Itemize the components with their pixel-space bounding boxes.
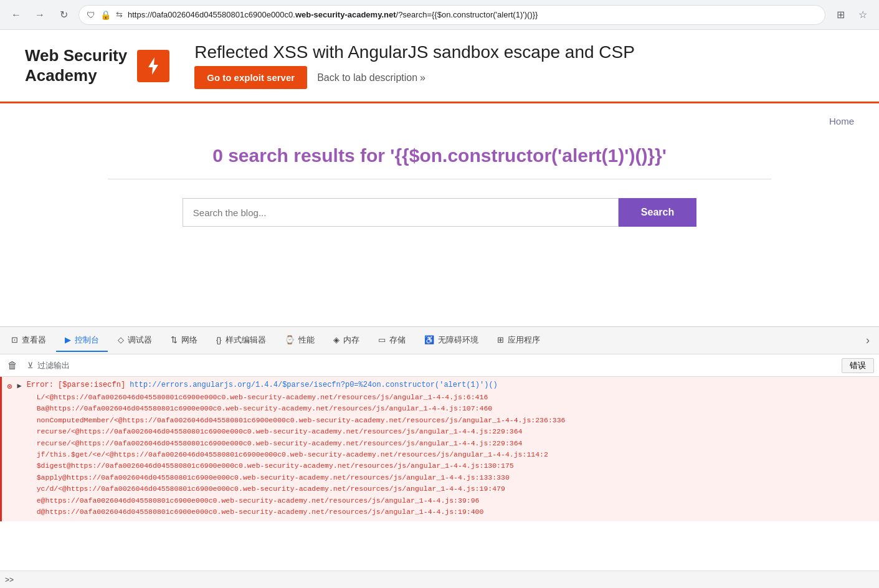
site-header: Web Security Academy Reflected XSS with … [0, 30, 879, 103]
extensions-button[interactable]: ⊞ [832, 6, 849, 24]
home-link[interactable]: Home [25, 116, 854, 126]
filter-label: 过滤输出 [37, 360, 70, 371]
console-error-row: ⊗ ▶ Error: [$parse:isecfn] http://errors… [0, 377, 879, 521]
browser-bar: ← → ↻ 🛡 🔒 ⇆ https://0afa0026046d04558080… [0, 0, 879, 30]
clear-console-button[interactable]: 🗑 [5, 358, 20, 373]
stack-line: d@https://0afa0026046d045580801c6900e000… [27, 506, 874, 518]
url-suffix: /?search={{$on.constructor('alert(1)')()… [396, 10, 538, 19]
bookmark-button[interactable]: ☆ [854, 6, 872, 24]
main-content: Home 0 search results for '{{$on.constru… [0, 103, 879, 239]
stack-line: $digest@https://0afa0026046d045580801c69… [27, 460, 874, 472]
svg-marker-0 [148, 57, 158, 75]
tab-accessibility[interactable]: ♿ 无障碍环境 [416, 330, 487, 352]
header-actions: Reflected XSS with AngularJS sandbox esc… [194, 42, 635, 89]
reload-button[interactable]: ↻ [55, 6, 72, 24]
stack-line: jf/this.$get/<e/<@https://0afa0026046d04… [27, 449, 874, 460]
logo-icon [137, 50, 169, 82]
back-to-lab-link[interactable]: Back to lab description » [317, 72, 425, 83]
search-results-title: 0 search results for '{{$on.constructor(… [25, 145, 854, 166]
back-link-label: Back to lab description [317, 72, 417, 83]
debugger-icon: ◇ [118, 335, 124, 344]
search-input[interactable] [183, 198, 619, 227]
inspector-icon: ⊡ [11, 335, 18, 344]
tab-icon: ⇆ [116, 10, 123, 19]
stack-line: L/<@https://0afa0026046d045580801c6900e0… [27, 392, 874, 403]
tab-console[interactable]: ▶ 控制台 [56, 330, 108, 352]
tab-memory[interactable]: ◈ 内存 [325, 330, 368, 352]
accessibility-icon: ♿ [424, 335, 434, 344]
tab-debugger[interactable]: ◇ 调试器 [109, 330, 161, 352]
page-title: Reflected XSS with AngularJS sandbox esc… [194, 42, 635, 62]
stack-line: recurse/<@https://0afa0026046d045580801c… [27, 438, 874, 449]
search-button[interactable]: Search [619, 198, 696, 227]
error-main-text: Error: [$parse:isecfn] http://errors.ang… [27, 381, 874, 389]
devtools-more-button[interactable]: › [859, 332, 877, 349]
stack-line: e@https://0afa0026046d045580801c6900e000… [27, 495, 874, 506]
error-link[interactable]: http://errors.angularjs.org/1.4.4/$parse… [130, 381, 498, 389]
network-icon: ⇅ [171, 335, 178, 344]
forward-button[interactable]: → [31, 6, 49, 24]
error-content: Error: [$parse:isecfn] http://errors.ang… [27, 381, 874, 518]
lock-icon: 🔒 [100, 10, 111, 20]
tab-style-editor[interactable]: {} 样式编辑器 [207, 330, 275, 352]
collapse-icon: >> [5, 576, 14, 584]
tab-inspector[interactable]: ⊡ 查看器 [2, 330, 55, 352]
logo-text-line2: Academy [25, 66, 127, 85]
logo-text-line1: Web Security [25, 46, 127, 65]
back-button[interactable]: ← [7, 6, 25, 24]
stack-line: recurse/<@https://0afa0026046d045580801c… [27, 426, 874, 437]
browser-icons: ⊞ ☆ [832, 6, 872, 24]
url-domain: web-security-academy.net [295, 10, 396, 19]
console-output: ⊗ ▶ Error: [$parse:isecfn] http://errors… [0, 377, 879, 571]
filter-area: ⊻ 过滤输出 [27, 360, 70, 371]
devtools-tabs: ⊡ 查看器 ▶ 控制台 ◇ 调试器 ⇅ 网络 {} 样式编辑器 ⌚ 性能 ◈ 内… [0, 327, 879, 354]
logo-text: Web Security Academy [25, 46, 127, 85]
chevron-right-icon: » [420, 72, 425, 83]
address-bar[interactable]: 🛡 🔒 ⇆ https://0afa0026046d045580801c6900… [78, 5, 825, 25]
tab-application[interactable]: ⊞ 应用程序 [488, 330, 549, 352]
exploit-server-button[interactable]: Go to exploit server [194, 66, 307, 89]
results-divider [108, 179, 771, 179]
error-icon: ⊗ [7, 381, 12, 392]
tab-network[interactable]: ⇅ 网络 [162, 330, 206, 352]
stack-line: $apply@https://0afa0026046d045580801c690… [27, 472, 874, 483]
url-text: https://0afa0026046d045580801c6900e000c0… [128, 10, 538, 19]
performance-icon: ⌚ [285, 335, 295, 344]
logo-area: Web Security Academy [25, 46, 169, 85]
expand-arrow[interactable]: ▶ [17, 381, 21, 391]
lightning-icon [143, 56, 163, 76]
application-icon: ⊞ [497, 335, 504, 344]
stack-line: nonComputedMember/<@https://0afa0026046d… [27, 415, 874, 426]
stack-trace: L/<@https://0afa0026046d045580801c6900e0… [27, 392, 874, 518]
console-toolbar: 🗑 ⊻ 过滤输出 错误 [0, 354, 879, 377]
tab-storage[interactable]: ▭ 存储 [369, 330, 414, 352]
url-prefix: https://0afa0026046d045580801c6900e000c0… [128, 10, 295, 19]
memory-icon: ◈ [333, 335, 340, 344]
stack-line: yc/d/<@https://0afa0026046d045580801c690… [27, 483, 874, 495]
style-icon: {} [216, 335, 222, 344]
stack-line: Ba@https://0afa0026046d045580801c6900e00… [27, 403, 874, 414]
console-icon: ▶ [65, 335, 71, 344]
storage-icon: ▭ [378, 335, 386, 344]
devtools-bottom-bar[interactable]: >> [0, 571, 879, 588]
shield-icon: 🛡 [87, 10, 95, 20]
devtools-panel: ⊡ 查看器 ▶ 控制台 ◇ 调试器 ⇅ 网络 {} 样式编辑器 ⌚ 性能 ◈ 内… [0, 326, 879, 588]
error-filter-button[interactable]: 错误 [842, 358, 874, 373]
tab-performance[interactable]: ⌚ 性能 [276, 330, 323, 352]
devtools-right-controls: › [859, 332, 877, 349]
header-buttons: Go to exploit server Back to lab descrip… [194, 66, 635, 89]
search-box-area: Search [25, 198, 854, 227]
filter-icon: ⊻ [27, 361, 34, 370]
